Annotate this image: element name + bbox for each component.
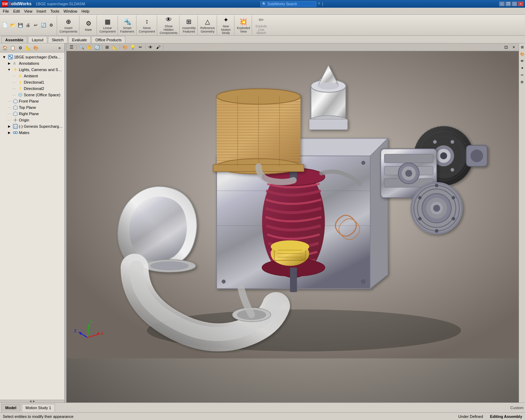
svg-point-124 xyxy=(451,217,455,220)
undo-button[interactable]: ↩ xyxy=(32,22,39,29)
menu-edit[interactable]: Edit xyxy=(11,9,22,14)
right-panel-btn1[interactable]: ⊞ xyxy=(519,44,525,50)
vp-lighting-btn[interactable]: 💡 xyxy=(129,44,136,50)
tree-item-ambient[interactable]: — Ambient xyxy=(0,73,64,79)
tree-expand-icon-annotations[interactable]: ▶ xyxy=(6,61,12,66)
vp-fit-btn[interactable]: ⊞ xyxy=(104,44,111,50)
smart-fasteners-button[interactable]: 🔩 SmartFasteners xyxy=(120,16,135,34)
insert-components-label: InsertComponents xyxy=(59,27,77,34)
tree-item-directional2[interactable]: — Directional2 xyxy=(0,85,64,92)
help-button[interactable]: ? xyxy=(318,2,320,6)
vp-appearance-btn[interactable]: 🖌 xyxy=(155,44,162,50)
vp-display-style-btn[interactable]: 🎨 xyxy=(121,44,128,50)
tab-layout[interactable]: Layout xyxy=(28,36,47,43)
tree-expand-icon-lights[interactable]: ▼ xyxy=(6,67,12,72)
display-manager-icon[interactable]: 🎨 xyxy=(32,44,39,51)
tree-item-lights-cameras[interactable]: ▼ Lights, Cameras and Scene xyxy=(0,66,64,73)
open-button[interactable]: 📂 xyxy=(9,22,16,29)
move-component-button[interactable]: ↕ MoveComponent xyxy=(139,16,156,34)
tree-item-front-plane[interactable]: — Front Plane xyxy=(0,98,64,104)
svg-marker-20 xyxy=(13,99,18,103)
print-button[interactable]: 🖨 xyxy=(24,22,31,29)
tree-expand-icon[interactable]: ▼ xyxy=(1,54,7,60)
vp-window-close-btn[interactable]: × xyxy=(510,44,517,50)
new-motion-button[interactable]: ✦ NewMotionStudy xyxy=(220,15,231,36)
custom-label[interactable]: Custom xyxy=(510,406,524,410)
menu-view[interactable]: View xyxy=(22,9,35,14)
show-hidden-label: ShowHiddenComponents xyxy=(160,25,177,35)
flywheel-group xyxy=(411,182,463,234)
svg-text:A: A xyxy=(13,62,16,65)
assembly-features-button[interactable]: ⊞ AssemblyFeatures xyxy=(182,16,196,34)
tab-office-products[interactable]: Office Products xyxy=(91,36,125,43)
scroll-left-icon[interactable]: ◀ xyxy=(29,400,31,403)
feature-manager-icon[interactable]: 🏠 xyxy=(1,44,8,51)
right-panel-btn4[interactable]: ✦ xyxy=(519,65,525,71)
menu-help[interactable]: Help xyxy=(79,9,92,14)
tree-item-top-plane[interactable]: — Top Plane xyxy=(0,104,64,111)
close-button[interactable]: × xyxy=(518,1,524,6)
options-button[interactable]: ⚙ xyxy=(48,22,55,29)
reference-geometry-button[interactable]: △ ReferenceGeometry xyxy=(200,16,215,34)
tree-item-genesis[interactable]: ▶ (-) (-) Genesis Supercharger Final xyxy=(0,123,64,130)
move-component-icon: ↕ xyxy=(142,17,152,27)
tab-assemble[interactable]: Assemble xyxy=(1,36,27,43)
vp-section-view-btn[interactable]: ✂ xyxy=(137,44,144,50)
3d-viewport[interactable]: ☰ 🔍 ✋ 🔄 ⊞ 📐 🎨 💡 ✂ 👁 🖌 ⊡ × xyxy=(66,43,519,402)
tree-expand-icon-mates[interactable]: ▶ xyxy=(6,130,12,135)
linear-component-button[interactable]: ▦ LinearComponent xyxy=(99,16,116,34)
panel-scroll-bar[interactable]: ◀ ▶ xyxy=(0,400,64,402)
tab-sketch[interactable]: Sketch xyxy=(48,36,68,43)
tree-label-directional2: Directional2 xyxy=(24,86,44,91)
mate-button[interactable]: ⚙ Mate xyxy=(83,18,94,32)
search-box[interactable]: 🔍 SolidWorks Search xyxy=(260,1,316,7)
tree-item-origin[interactable]: — Origin xyxy=(0,117,64,123)
new-button[interactable]: 📄 xyxy=(1,22,8,29)
restore-button[interactable]: ❐ xyxy=(505,1,511,6)
bottom-tab-motion-study[interactable]: Motion Study 1 xyxy=(22,404,55,412)
minimize-button[interactable]: − xyxy=(499,1,505,6)
scroll-right-icon[interactable]: ▶ xyxy=(33,400,35,403)
tree-item-mates[interactable]: ▶ Mates xyxy=(0,130,64,136)
menu-file[interactable]: File xyxy=(1,9,11,14)
vp-pan-btn[interactable]: ✋ xyxy=(86,44,93,50)
tree-item-annotations[interactable]: ▶ A Annotations xyxy=(0,60,64,66)
tree-item-directional1[interactable]: — Directional1 xyxy=(0,79,64,85)
rebuild-button[interactable]: 🔄 xyxy=(40,22,47,29)
insert-components-button[interactable]: ⊕ InsertComponents xyxy=(59,16,78,34)
tree-item-right-plane[interactable]: — Right Plane xyxy=(0,111,64,117)
tree-item-scene[interactable]: — Scene (Office Space) xyxy=(0,92,64,98)
vp-window-max-btn[interactable]: ⊡ xyxy=(503,44,510,50)
tree-leaf-scene: — xyxy=(11,92,17,98)
tree-item-assembly-root[interactable]: ▼ 1BGE superchager (Default<Displa xyxy=(0,54,64,60)
right-panel-btn5[interactable]: ✂ xyxy=(519,72,525,78)
svg-text:(-): (-) xyxy=(14,125,17,128)
tab-evaluate[interactable]: Evaluate xyxy=(68,36,91,43)
right-panel-btn6[interactable]: ⚙ xyxy=(519,79,525,85)
save-button[interactable]: 💾 xyxy=(17,22,24,29)
toolbar-group-show: 👁 ShowHiddenComponents xyxy=(158,15,180,35)
tree-expand-icon-genesis[interactable]: ▶ xyxy=(6,124,12,129)
vp-rotate-btn[interactable]: 🔄 xyxy=(93,44,100,50)
toolbar-group-move: ↕ MoveComponent xyxy=(137,15,158,35)
maximize-button[interactable]: □ xyxy=(512,1,517,6)
right-panel-btn3[interactable]: 👁 xyxy=(519,58,525,64)
menu-insert[interactable]: Insert xyxy=(34,9,48,14)
bottom-tab-model[interactable]: Model xyxy=(1,404,20,412)
config-manager-icon[interactable]: ⚙ xyxy=(17,44,24,51)
dimxpert-icon[interactable]: 📐 xyxy=(24,44,31,51)
show-hidden-button[interactable]: 👁 ShowHiddenComponents xyxy=(159,15,178,36)
vp-hide-show-btn[interactable]: 👁 xyxy=(147,44,154,50)
vp-sep4 xyxy=(145,45,146,50)
property-manager-icon[interactable]: 📋 xyxy=(9,44,16,51)
explode-line-sketch-button[interactable]: ✏ ExplodeLineSketch xyxy=(255,15,267,36)
menu-window[interactable]: Window xyxy=(62,9,79,14)
menu-tools[interactable]: Tools xyxy=(48,9,62,14)
exploded-view-button[interactable]: 💥 ExplodedView xyxy=(237,16,251,34)
vp-zoom-btn[interactable]: 🔍 xyxy=(78,44,85,50)
vp-menu-btn[interactable]: ☰ xyxy=(68,44,75,50)
panel-expand-icon[interactable]: » xyxy=(56,44,63,51)
right-panel-btn2[interactable]: 🎨 xyxy=(519,51,525,57)
mate-icon: ⚙ xyxy=(84,19,93,28)
vp-view-orient-btn[interactable]: 📐 xyxy=(111,44,118,50)
